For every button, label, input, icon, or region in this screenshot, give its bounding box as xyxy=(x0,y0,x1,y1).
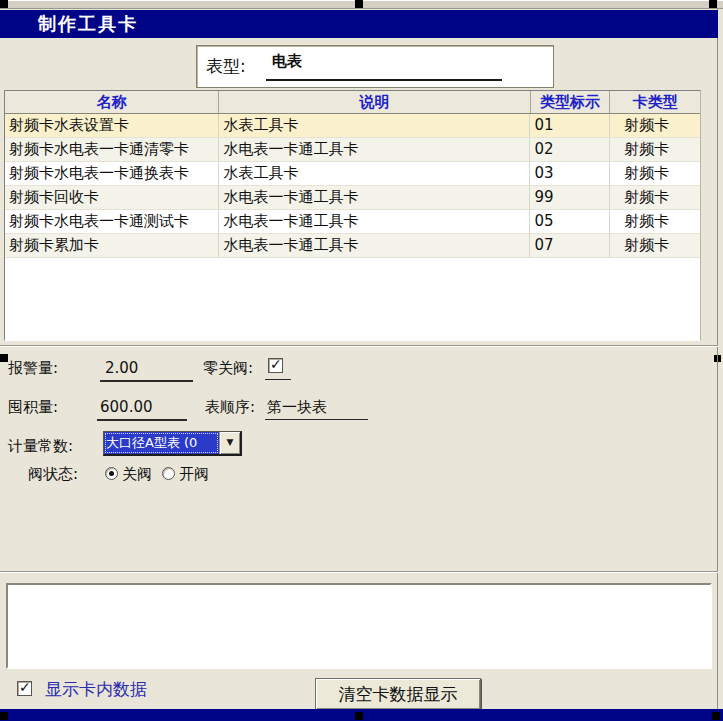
resize-handle-top-center[interactable] xyxy=(355,0,363,8)
table-row[interactable]: 射频卡水电表一卡通换表卡水表工具卡03射频卡 xyxy=(5,162,700,186)
section-divider xyxy=(0,571,718,573)
meter-order-value[interactable]: 第一块表 xyxy=(267,398,327,417)
check-icon: ✓ xyxy=(270,356,282,372)
table-cell[interactable]: 射频卡 xyxy=(610,138,700,161)
table-cell[interactable]: 射频卡水电表一卡通换表卡 xyxy=(5,162,219,185)
table-cell[interactable]: 02 xyxy=(530,138,610,161)
table-cell[interactable]: 水电表一卡通工具卡 xyxy=(219,186,530,209)
show-data-label[interactable]: 显示卡内数据 xyxy=(45,678,147,701)
combobox-dropdown-button[interactable]: ▼ xyxy=(219,432,240,454)
chevron-down-icon: ▼ xyxy=(227,437,234,447)
meter-order-label: 表顺序: xyxy=(205,398,255,417)
grid-header-row: 名称 说明 类型标示 卡类型 xyxy=(5,91,700,114)
field-underline xyxy=(265,379,291,380)
table-cell[interactable]: 射频卡 xyxy=(610,162,700,185)
grid-header-type-code[interactable]: 类型标示 xyxy=(531,91,611,113)
resize-handle-top-left[interactable] xyxy=(0,0,8,8)
table-cell[interactable]: 射频卡水电表一卡通测试卡 xyxy=(5,210,219,233)
valve-open-label[interactable]: 开阀 xyxy=(179,465,209,484)
table-cell[interactable]: 射频卡回收卡 xyxy=(5,186,219,209)
table-cell[interactable]: 射频卡 xyxy=(610,210,700,233)
table-cell[interactable]: 水表工具卡 xyxy=(219,162,530,185)
table-cell[interactable]: 射频卡 xyxy=(610,186,700,209)
section-divider xyxy=(0,345,718,347)
resize-handle-middle-left[interactable] xyxy=(0,354,8,362)
resize-handle-bottom-right[interactable] xyxy=(712,712,720,720)
metering-constant-combobox[interactable]: 大口径A型表 (0 ▼ xyxy=(103,431,242,456)
valve-radio-close[interactable] xyxy=(105,467,118,480)
table-row[interactable]: 射频卡水电表一卡通清零卡水电表一卡通工具卡02射频卡 xyxy=(5,138,700,162)
resize-handle-bottom-left[interactable] xyxy=(0,712,8,720)
field-underline xyxy=(100,380,193,382)
alarm-amount-label: 报警量: xyxy=(8,359,58,378)
table-row[interactable]: 射频卡回收卡水电表一卡通工具卡99射频卡 xyxy=(5,186,700,210)
make-tool-card-window: 制作工具卡 表型: 电表 名称 说明 类型标示 卡类型 射频卡水表设置卡水表工具… xyxy=(0,0,723,721)
valve-state-label: 阀状态: xyxy=(28,465,78,484)
grid-header-name[interactable]: 名称 xyxy=(5,91,219,113)
table-cell[interactable]: 03 xyxy=(530,162,610,185)
table-cell[interactable]: 水电表一卡通工具卡 xyxy=(219,234,530,257)
clear-card-data-button[interactable]: 清空卡数据显示 xyxy=(315,678,481,710)
table-cell[interactable]: 射频卡水表设置卡 xyxy=(5,114,219,137)
zero-close-valve-label: 零关阀: xyxy=(203,359,253,378)
table-cell[interactable]: 07 xyxy=(530,234,610,257)
table-row[interactable]: 射频卡水电表一卡通测试卡水电表一卡通工具卡05射频卡 xyxy=(5,210,700,234)
table-cell[interactable]: 01 xyxy=(530,114,610,137)
valve-close-label[interactable]: 关阀 xyxy=(122,465,152,484)
table-cell[interactable]: 水表工具卡 xyxy=(219,114,530,137)
title-bar: 制作工具卡 xyxy=(0,10,718,38)
table-cell[interactable]: 射频卡 xyxy=(610,234,700,257)
card-data-output[interactable] xyxy=(6,583,712,669)
resize-handle-top-right[interactable] xyxy=(709,0,717,8)
table-cell[interactable]: 射频卡水电表一卡通清零卡 xyxy=(5,138,219,161)
zero-valve-checkbox[interactable]: ✓ xyxy=(268,358,283,373)
grid-header-description[interactable]: 说明 xyxy=(219,91,530,113)
grid-body: 射频卡水表设置卡水表工具卡01射频卡射频卡水电表一卡通清零卡水电表一卡通工具卡0… xyxy=(5,114,700,258)
hoard-amount-value[interactable]: 600.00 xyxy=(100,398,153,416)
table-cell[interactable]: 05 xyxy=(530,210,610,233)
valve-radio-open[interactable] xyxy=(162,467,175,480)
hoard-amount-label: 囤积量: xyxy=(8,398,58,417)
alarm-amount-value[interactable]: 2.00 xyxy=(105,359,138,377)
check-icon: ✓ xyxy=(19,679,31,695)
form-right-edge xyxy=(717,9,718,709)
meter-type-label: 表型: xyxy=(206,55,246,78)
table-cell[interactable]: 射频卡累加卡 xyxy=(5,234,219,257)
meter-type-value[interactable]: 电表 xyxy=(272,52,302,71)
show-data-checkbox[interactable]: ✓ xyxy=(17,681,32,696)
meter-type-box: 表型: 电表 xyxy=(196,45,554,88)
metering-constant-value[interactable]: 大口径A型表 (0 xyxy=(104,432,219,454)
resize-handle-bottom-center[interactable] xyxy=(355,712,363,720)
table-row[interactable]: 射频卡水表设置卡水表工具卡01射频卡 xyxy=(5,114,700,138)
page-title: 制作工具卡 xyxy=(38,13,138,34)
table-cell[interactable]: 射频卡 xyxy=(610,114,700,137)
field-underline xyxy=(265,419,368,420)
table-cell[interactable]: 水电表一卡通工具卡 xyxy=(219,210,530,233)
table-cell[interactable]: 水电表一卡通工具卡 xyxy=(219,138,530,161)
field-underline xyxy=(266,79,502,81)
grid-header-card-type[interactable]: 卡类型 xyxy=(610,91,700,113)
metering-constant-label: 计量常数: xyxy=(8,437,73,456)
table-cell[interactable]: 99 xyxy=(530,186,610,209)
field-underline xyxy=(97,419,187,421)
card-type-grid: 名称 说明 类型标示 卡类型 射频卡水表设置卡水表工具卡01射频卡射频卡水电表一… xyxy=(4,90,701,341)
table-row[interactable]: 射频卡累加卡水电表一卡通工具卡07射频卡 xyxy=(5,234,700,258)
